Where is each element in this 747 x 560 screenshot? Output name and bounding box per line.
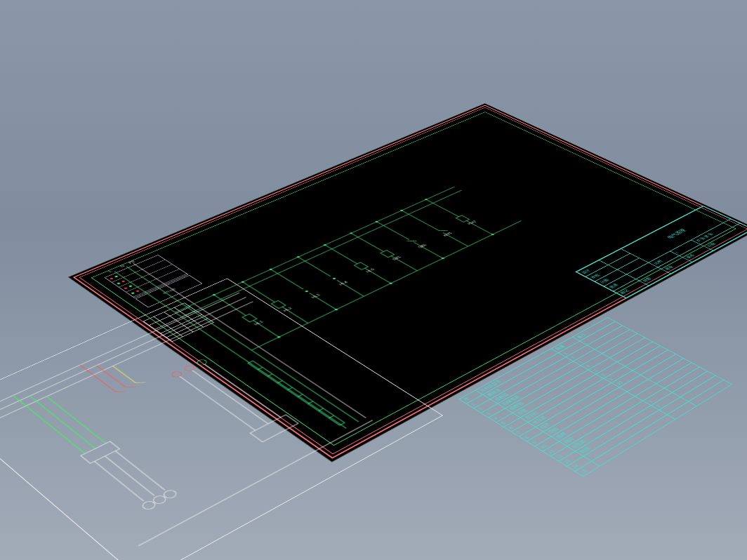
svg-rect-5 bbox=[242, 314, 257, 322]
legend-row: · · · bbox=[105, 255, 165, 283]
svg-point-48 bbox=[161, 489, 178, 500]
svg-rect-55 bbox=[250, 415, 298, 442]
svg-line-38 bbox=[0, 302, 253, 425]
legend-row: · · · bbox=[126, 269, 187, 298]
svg-point-50 bbox=[183, 364, 196, 372]
svg-line-15 bbox=[267, 374, 272, 376]
svg-line-54 bbox=[205, 364, 281, 417]
svg-line-16 bbox=[277, 380, 282, 382]
svg-line-4 bbox=[182, 190, 462, 317]
svg-line-41 bbox=[46, 396, 105, 444]
legend-caption: 符号说明 bbox=[135, 275, 203, 307]
svg-line-39 bbox=[13, 395, 85, 453]
legend-block: · · · · · · · · · · · · bbox=[104, 255, 188, 298]
svg-point-31 bbox=[277, 336, 281, 338]
ghost-table bbox=[143, 302, 214, 342]
svg-point-22 bbox=[212, 294, 216, 296]
svg-line-21 bbox=[329, 415, 334, 418]
legend-row: · · · bbox=[119, 265, 180, 292]
svg-line-53 bbox=[192, 371, 268, 424]
svg-line-17 bbox=[287, 387, 292, 390]
bom-table: 序名称及型号数量备注 1断路器12接触器23热继电器14熔断器35按钮26指示灯… bbox=[458, 317, 732, 476]
svg-line-20 bbox=[319, 408, 324, 411]
svg-point-32 bbox=[334, 308, 338, 310]
ghost-schematic-sheet: R S T bbox=[0, 279, 443, 560]
ref: HL4 bbox=[338, 281, 348, 286]
legend-row: · · · bbox=[112, 260, 172, 287]
rail-label: N bbox=[119, 265, 126, 268]
svg-line-52 bbox=[180, 376, 256, 430]
ref: HL5 bbox=[365, 268, 376, 274]
cad-3d-viewport[interactable]: · · · · · · · · · · · · 符号说明 L N PE bbox=[0, 0, 747, 560]
rail-label: PE bbox=[128, 260, 137, 264]
ref: HL1 bbox=[253, 320, 264, 326]
svg-line-12 bbox=[251, 220, 521, 350]
svg-point-25 bbox=[296, 256, 300, 258]
svg-line-18 bbox=[298, 394, 303, 397]
svg-point-47 bbox=[151, 494, 168, 505]
svg-line-3 bbox=[175, 187, 454, 312]
ref: KM1 bbox=[442, 232, 453, 237]
svg-point-51 bbox=[195, 359, 209, 366]
branches bbox=[211, 198, 496, 338]
svg-line-40 bbox=[29, 396, 95, 448]
ref: HL3 bbox=[310, 293, 321, 299]
svg-point-49 bbox=[170, 371, 183, 378]
ref: SB1 bbox=[391, 255, 402, 261]
svg-line-56 bbox=[138, 420, 372, 546]
svg-rect-42 bbox=[81, 441, 119, 463]
svg-point-7 bbox=[305, 291, 309, 293]
ref: HL2 bbox=[282, 307, 293, 312]
svg-point-46 bbox=[140, 500, 157, 511]
svg-point-23 bbox=[241, 281, 245, 283]
svg-point-24 bbox=[269, 268, 273, 270]
ref: KM2 bbox=[467, 220, 477, 225]
svg-rect-6 bbox=[271, 300, 285, 308]
svg-point-34 bbox=[441, 258, 445, 260]
drawing-sheet[interactable]: · · · · · · · · · · · · 符号说明 L N PE bbox=[69, 103, 747, 461]
svg-line-14 bbox=[258, 367, 263, 369]
svg-point-33 bbox=[389, 282, 393, 284]
isometric-scene: · · · · · · · · · · · · 符号说明 L N PE bbox=[69, 103, 747, 461]
svg-line-19 bbox=[308, 401, 313, 404]
ref: SB2 bbox=[417, 244, 428, 248]
svg-line-36 bbox=[0, 293, 239, 414]
svg-rect-9 bbox=[354, 262, 368, 270]
rail-label: L bbox=[107, 269, 113, 272]
svg-point-8 bbox=[332, 277, 336, 279]
